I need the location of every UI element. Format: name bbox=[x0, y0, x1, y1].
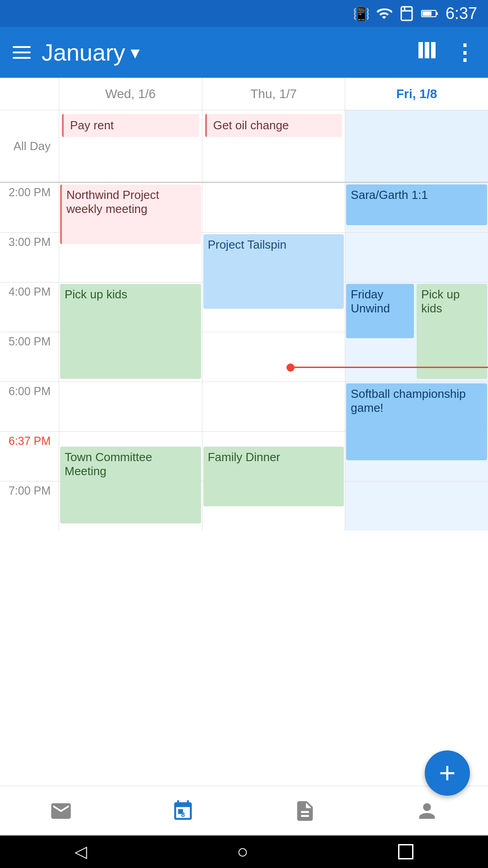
time-label-637pm: 6:37 PM bbox=[0, 431, 59, 481]
time-label-600pm: 6:00 PM bbox=[0, 382, 59, 431]
time-gutter: 2:00 PM 3:00 PM 4:00 PM 5:00 PM 6:00 PM … bbox=[0, 183, 59, 531]
timeline-fri-7 bbox=[345, 481, 488, 531]
status-time: 6:37 bbox=[446, 4, 477, 23]
app-bar-actions: ⋮ bbox=[418, 40, 475, 65]
day-column-thu: Project Tailspin Family Dinner bbox=[202, 183, 345, 531]
time-label-500pm: 5:00 PM bbox=[0, 332, 59, 382]
month-title: January bbox=[42, 39, 125, 66]
view-toggle-button[interactable] bbox=[418, 41, 441, 64]
event-northwind[interactable]: Northwind Project weekly meeting bbox=[60, 184, 201, 244]
svg-rect-7 bbox=[425, 42, 429, 58]
event-sara-garth[interactable]: Sara/Garth 1:1 bbox=[346, 184, 487, 225]
recents-button[interactable] bbox=[398, 844, 413, 859]
allday-label: All Day bbox=[0, 110, 59, 182]
time-grid-wrapper: 2:00 PM 3:00 PM 4:00 PM 5:00 PM 6:00 PM … bbox=[0, 183, 488, 531]
home-button[interactable]: ○ bbox=[237, 841, 248, 863]
timeline-wed-5 bbox=[59, 382, 202, 431]
add-event-fab[interactable]: + bbox=[425, 750, 470, 796]
android-nav-bar: ◁ ○ bbox=[0, 835, 488, 868]
timeline-fri-2 bbox=[345, 232, 488, 282]
event-town-committee[interactable]: Town Committee Meeting bbox=[60, 447, 201, 524]
time-label-200pm: 2:00 PM bbox=[0, 183, 59, 232]
event-project-tailspin[interactable]: Project Tailspin bbox=[203, 234, 344, 309]
svg-rect-6 bbox=[418, 42, 423, 58]
svg-rect-8 bbox=[431, 42, 436, 58]
current-time-indicator bbox=[286, 367, 488, 368]
more-options-button[interactable]: ⋮ bbox=[454, 40, 475, 65]
event-family-dinner[interactable]: Family Dinner bbox=[203, 447, 344, 506]
battery-icon bbox=[421, 7, 439, 20]
nav-notes[interactable] bbox=[293, 799, 317, 823]
allday-cell-fri bbox=[345, 110, 488, 182]
app-bar: January ▾ ⋮ bbox=[0, 27, 488, 78]
header-gutter bbox=[0, 78, 59, 110]
status-icons: 📳 6:37 bbox=[353, 4, 477, 23]
svg-rect-4 bbox=[436, 12, 438, 15]
day-header-thu[interactable]: Thu, 1/7 bbox=[202, 78, 345, 110]
menu-button[interactable] bbox=[13, 46, 31, 59]
allday-event-oil-change[interactable]: Get oil change bbox=[205, 114, 343, 137]
event-softball[interactable]: Softball championship game! bbox=[346, 383, 487, 460]
svg-rect-5 bbox=[422, 11, 432, 16]
day-column-fri: Sara/Garth 1:1 Friday Unwind Pick up kid… bbox=[345, 183, 488, 531]
sim-icon bbox=[399, 5, 415, 22]
day-header-fri[interactable]: Fri, 1/8 bbox=[345, 78, 488, 110]
day-header-wed[interactable]: Wed, 1/6 bbox=[59, 78, 202, 110]
event-pickup-kids-fri[interactable]: Pick up kids bbox=[417, 284, 487, 379]
vibrate-icon: 📳 bbox=[353, 6, 370, 22]
nav-calendar[interactable]: 8 bbox=[171, 799, 195, 823]
svg-text:8: 8 bbox=[181, 811, 185, 818]
svg-rect-0 bbox=[401, 7, 412, 20]
timeline-thu-5 bbox=[202, 382, 345, 431]
bottom-nav: 8 bbox=[0, 786, 488, 835]
event-pickup-kids-wed[interactable]: Pick up kids bbox=[60, 284, 201, 379]
day-column-wed: Northwind Project weekly meeting Pick up… bbox=[59, 183, 202, 531]
time-label-400pm: 4:00 PM bbox=[0, 282, 59, 332]
event-friday-unwind[interactable]: Friday Unwind bbox=[346, 284, 414, 338]
allday-cell-wed: Pay rent bbox=[59, 110, 202, 182]
wifi-icon bbox=[376, 5, 392, 22]
time-label-700pm: 7:00 PM bbox=[0, 481, 59, 531]
back-button[interactable]: ◁ bbox=[75, 842, 87, 861]
allday-row: All Day Pay rent Get oil change bbox=[0, 110, 488, 183]
allday-event-pay-rent[interactable]: Pay rent bbox=[62, 114, 199, 137]
nav-mail[interactable] bbox=[49, 799, 73, 823]
nav-profile[interactable] bbox=[415, 799, 439, 823]
dropdown-arrow-icon: ▾ bbox=[131, 42, 140, 63]
time-label-300pm: 3:00 PM bbox=[0, 232, 59, 282]
status-bar: 📳 6:37 bbox=[0, 0, 488, 27]
allday-cell-thu: Get oil change bbox=[202, 110, 345, 182]
time-grid: 2:00 PM 3:00 PM 4:00 PM 5:00 PM 6:00 PM … bbox=[0, 183, 488, 531]
calendar-header: Wed, 1/6 Thu, 1/7 Fri, 1/8 bbox=[0, 78, 488, 110]
app-title[interactable]: January ▾ bbox=[42, 39, 408, 66]
timeline-thu-1 bbox=[202, 183, 345, 232]
timeline-thu-4 bbox=[202, 332, 345, 382]
